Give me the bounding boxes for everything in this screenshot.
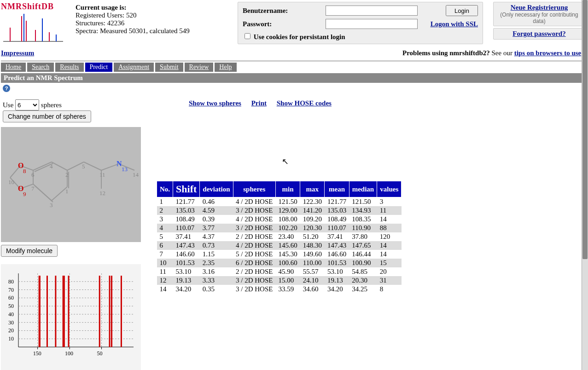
svg-text:10: 10 — [8, 179, 14, 185]
svg-text:2: 2 — [65, 171, 69, 178]
impressum-link[interactable]: Impressum — [1, 49, 34, 57]
logo-text: NMRShiftDB — [1, 2, 70, 12]
svg-text:3: 3 — [50, 202, 53, 208]
svg-text:11: 11 — [99, 171, 105, 178]
table-row: 3108.490.394 / 2D HOSE108.00109.20108.49… — [157, 215, 402, 224]
svg-text:7: 7 — [31, 185, 35, 192]
logo-spectrum-icon — [1, 12, 65, 44]
svg-text:10: 10 — [8, 335, 14, 342]
svg-line-14 — [33, 162, 52, 170]
sphere-controls: Use 6 spheres Change number of spheres — [3, 99, 148, 122]
svg-text:12: 12 — [99, 190, 105, 197]
spectrum-chart[interactable]: 102030405060708015010050 — [1, 264, 141, 370]
svg-line-20 — [84, 162, 101, 170]
username-label: Benutzername: — [243, 7, 288, 14]
svg-text:60: 60 — [8, 295, 14, 301]
svg-text:14: 14 — [133, 171, 139, 178]
tab-home[interactable]: Home — [1, 63, 26, 72]
table-row: 1153.103.162 / 2D HOSE45.9055.5753.1054.… — [157, 267, 402, 276]
problems-text: Problems using nmrshiftdb2? See our tips… — [402, 49, 585, 57]
scrollbar[interactable] — [582, 0, 588, 370]
svg-text:9: 9 — [23, 191, 26, 197]
nav-tabs: HomeSearchResultsPredictAssignmentSubmit… — [0, 61, 588, 73]
table-row: 4110.073.773 / 2D HOSE102.20120.30110.07… — [157, 224, 402, 232]
svg-line-25 — [35, 185, 53, 202]
svg-text:1: 1 — [65, 188, 69, 195]
table-row: 537.414.372 / 2D HOSE23.4051.2037.4137.8… — [157, 232, 402, 241]
section-header: Predict an NMR Spectrum — [1, 73, 587, 83]
print-link[interactable]: Print — [251, 99, 267, 107]
svg-text:20: 20 — [8, 327, 14, 334]
tab-review[interactable]: Review — [185, 63, 214, 72]
password-label: Passwort: — [243, 20, 272, 28]
col-median: median — [349, 181, 377, 197]
register-subtext: (Only necessary for contributing data) — [494, 12, 585, 24]
scroll-thumb[interactable] — [582, 0, 588, 259]
change-spheres-button[interactable]: Change number of spheres — [3, 110, 91, 122]
table-row: 7146.601.155 / 2D HOSE145.30149.60146.60… — [157, 250, 402, 259]
username-input[interactable] — [326, 6, 418, 16]
show-hose-link[interactable]: Show HOSE codes — [277, 99, 332, 107]
col-deviation: deviation — [200, 181, 233, 197]
col-shift: Shift — [173, 181, 200, 197]
tab-submit[interactable]: Submit — [155, 63, 183, 72]
tab-assignment[interactable]: Assignment — [114, 63, 154, 72]
register-link[interactable]: Neue Registrierung — [511, 4, 568, 11]
table-row: 2135.034.593 / 2D HOSE129.00141.20135.03… — [157, 206, 402, 215]
results-table: No.Shiftdeviationspheresminmaxmeanmedian… — [157, 181, 402, 294]
svg-text:5: 5 — [82, 163, 85, 170]
col-mean: mean — [325, 181, 349, 197]
help-icon[interactable]: ? — [3, 85, 10, 92]
molecule-canvas[interactable]: O8O91067432151112N1314 — [1, 127, 141, 242]
svg-text:50: 50 — [97, 350, 103, 357]
col-min: min — [275, 181, 300, 197]
spheres-select[interactable]: 6 — [15, 99, 39, 110]
table-row: 1121.770.464 / 2D HOSE121.50122.30121.77… — [157, 197, 402, 207]
svg-text:100: 100 — [65, 350, 73, 357]
tab-search[interactable]: Search — [27, 63, 54, 72]
svg-text:80: 80 — [8, 278, 14, 285]
tab-results[interactable]: Results — [55, 63, 83, 72]
table-row: 10101.532.356 / 2D HOSE100.60110.00101.5… — [157, 259, 402, 267]
svg-text:150: 150 — [33, 350, 41, 357]
forgot-link[interactable]: Forgot password? — [512, 30, 565, 37]
register-cell: Neue Registrierung (Only necessary for c… — [493, 2, 585, 26]
tab-predict[interactable]: Predict — [85, 63, 113, 72]
svg-line-16 — [52, 162, 67, 170]
logon-ssl-link[interactable]: Logon with SSL — [431, 20, 478, 28]
svg-text:13: 13 — [122, 166, 128, 173]
svg-text:4: 4 — [50, 163, 53, 170]
svg-text:6: 6 — [31, 171, 35, 178]
login-panel: Benutzername: Login Passwort: Logon with… — [238, 2, 483, 44]
cookie-checkbox[interactable] — [245, 33, 250, 39]
svg-text:8: 8 — [23, 168, 26, 174]
tab-help[interactable]: Help — [215, 63, 236, 72]
svg-text:70: 70 — [8, 287, 14, 293]
tips-link[interactable]: tips on browsers to use — [514, 49, 582, 57]
svg-line-19 — [67, 162, 84, 170]
logo: NMRShiftDB — [1, 2, 70, 46]
forgot-cell: Forgot password? — [493, 28, 585, 40]
show-two-spheres-link[interactable]: Show two spheres — [189, 99, 241, 107]
col-max: max — [300, 181, 325, 197]
svg-text:30: 30 — [8, 319, 14, 326]
cookie-label: Use cookies for persistant login — [254, 33, 345, 40]
svg-line-17 — [52, 187, 67, 201]
usage-stats: Current usage is: Registered Users: 520 … — [76, 2, 232, 35]
col-no: No. — [157, 181, 173, 197]
col-values: values — [377, 181, 402, 197]
password-input[interactable] — [326, 19, 418, 29]
svg-text:40: 40 — [8, 311, 14, 318]
col-spheres: spheres — [233, 181, 275, 197]
table-row: 1434.200.353 / 2D HOSE33.5934.6034.2034.… — [157, 285, 402, 294]
table-row: 6147.430.734 / 2D HOSE145.60148.30147.43… — [157, 241, 402, 250]
table-row: 1219.133.333 / 2D HOSE15.0024.1019.1320.… — [157, 276, 402, 285]
login-button[interactable]: Login — [446, 5, 478, 16]
svg-text:50: 50 — [8, 303, 14, 309]
modify-molecule-button[interactable]: Modify molecule — [1, 245, 58, 257]
